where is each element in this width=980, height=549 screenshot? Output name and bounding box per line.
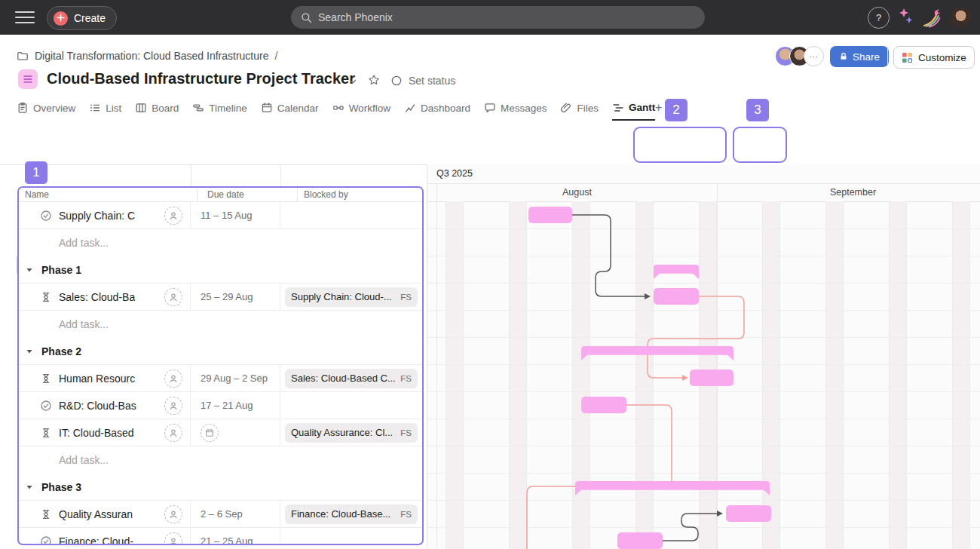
assignee-placeholder-icon[interactable] <box>164 288 182 306</box>
column-header[interactable]: Blocked by <box>298 189 422 200</box>
hamburger-menu-icon[interactable] <box>15 8 35 26</box>
section-row[interactable]: Phase 1 <box>19 256 422 284</box>
tab-board[interactable]: Board <box>135 96 179 121</box>
task-row[interactable]: R&D: Cloud-Bas 17 – 21 Aug <box>19 392 422 419</box>
task-name-cell[interactable]: R&D: Cloud-Bas <box>19 392 191 419</box>
task-complete-icon[interactable] <box>40 210 52 222</box>
blocked-by-cell[interactable] <box>280 202 422 228</box>
task-row[interactable]: Human Resourc 29 Aug – 2 Sep Sales: Clou… <box>19 365 422 392</box>
tab-messages[interactable]: Messages <box>484 96 547 121</box>
dependency-type: FS <box>400 510 412 519</box>
gantt-bar[interactable] <box>528 207 572 223</box>
gantt-bar[interactable] <box>581 397 626 413</box>
sparkles-ai-icon[interactable] <box>898 8 914 30</box>
add-task-row[interactable]: Add task... <box>19 446 422 474</box>
tab-label: Gantt <box>629 102 655 113</box>
due-date-cell[interactable]: 17 – 21 Aug <box>191 392 280 419</box>
tab-timeline[interactable]: Timeline <box>192 96 247 121</box>
dependency-chip[interactable]: Supply Chain: Cloud-...FS <box>285 287 418 307</box>
column-header[interactable]: Due date <box>198 188 298 201</box>
assignee-placeholder-icon[interactable] <box>164 397 182 415</box>
caret-down-icon[interactable] <box>25 483 34 492</box>
due-date-cell[interactable]: 21 – 25 Aug <box>191 528 280 545</box>
share-button[interactable]: Share <box>830 46 889 67</box>
tab-label: List <box>106 103 121 114</box>
dependency-chip[interactable]: Sales: Cloud-Based C...FS <box>285 369 418 388</box>
gantt-chart[interactable]: Q3 2025 AugustSeptember <box>427 164 980 549</box>
blocked-by-cell[interactable] <box>280 392 422 419</box>
gantt-bar[interactable] <box>654 288 699 305</box>
assignee-placeholder-icon[interactable] <box>164 370 182 388</box>
task-row[interactable]: Finance: Cloud- 21 – 25 Aug <box>19 528 422 545</box>
due-date-cell[interactable]: 2 – 6 Sep <box>191 501 280 527</box>
due-date-cell[interactable] <box>191 419 280 446</box>
task-pending-icon[interactable] <box>40 508 52 520</box>
customize-button[interactable]: Customize <box>893 46 975 69</box>
breadcrumb[interactable]: Digital Transformation: Cloud Based Infr… <box>17 47 277 65</box>
caret-down-icon[interactable] <box>25 265 34 274</box>
gantt-bar[interactable] <box>726 505 771 522</box>
gantt-bar[interactable] <box>690 370 733 386</box>
phoenix-mascot-icon[interactable] <box>921 6 944 32</box>
task-pending-icon[interactable] <box>40 291 52 303</box>
tab-calendar[interactable]: Calendar <box>261 96 319 121</box>
favorite-star-icon[interactable] <box>368 74 380 86</box>
task-name: R&D: Cloud-Bas <box>59 400 136 412</box>
add-task-label: Add task... <box>59 454 109 466</box>
tab-gantt[interactable]: Gantt <box>612 96 655 121</box>
section-row[interactable]: Phase 3 <box>19 474 422 501</box>
title-chevron-down-icon[interactable] <box>347 75 359 87</box>
tab-files[interactable]: Files <box>560 96 599 121</box>
task-complete-icon[interactable] <box>40 400 52 412</box>
help-button[interactable]: ? <box>868 7 890 29</box>
user-avatar[interactable] <box>951 7 971 27</box>
task-pending-icon[interactable] <box>40 427 52 439</box>
tab-overview[interactable]: Overview <box>17 96 75 121</box>
add-tab-icon[interactable]: + <box>655 101 662 115</box>
task-name-cell[interactable]: Human Resourc <box>19 365 191 391</box>
add-task-row[interactable]: Add task... <box>19 311 422 338</box>
assignee-placeholder-icon[interactable] <box>164 424 182 442</box>
page-title[interactable]: Cloud-Based Infrastructure Project Track… <box>47 70 355 87</box>
tab-list[interactable]: List <box>89 96 121 121</box>
blocked-by-cell[interactable]: Quality Assurance: Cl...FS <box>280 419 422 446</box>
task-name-cell[interactable]: Finance: Cloud- <box>19 528 191 545</box>
due-date-cell[interactable]: 11 – 15 Aug <box>191 202 280 228</box>
task-row[interactable]: Quality Assuran 2 – 6 Sep Finance: Cloud… <box>19 501 422 528</box>
dependency-chip[interactable]: Finance: Cloud-Base...FS <box>285 505 418 524</box>
add-task-row[interactable]: Add task... <box>19 229 422 256</box>
blocked-by-cell[interactable] <box>280 528 422 545</box>
set-due-date-icon[interactable] <box>201 424 219 442</box>
assignee-placeholder-icon[interactable] <box>164 532 182 545</box>
create-button[interactable]: Create <box>47 6 117 30</box>
task-complete-icon[interactable] <box>40 535 52 546</box>
blocked-by-cell[interactable]: Finance: Cloud-Base...FS <box>280 501 422 527</box>
task-name-cell[interactable]: Supply Chain: C <box>19 202 191 228</box>
blocked-by-cell[interactable]: Sales: Cloud-Based C...FS <box>280 365 422 391</box>
blocked-by-cell[interactable]: Supply Chain: Cloud-...FS <box>280 284 422 310</box>
task-row[interactable]: IT: Cloud-Based Quality Assurance: Cl...… <box>19 419 422 446</box>
due-date-cell[interactable]: 25 – 29 Aug <box>191 284 280 310</box>
create-label: Create <box>74 12 106 24</box>
task-name-cell[interactable]: Quality Assuran <box>19 501 191 527</box>
column-header[interactable]: Name <box>19 188 198 201</box>
task-row[interactable]: Sales: Cloud-Ba 25 – 29 Aug Supply Chain… <box>19 284 422 311</box>
more-members-button[interactable]: ··· <box>804 46 824 66</box>
tab-dashboard[interactable]: Dashboard <box>404 96 470 121</box>
gantt-bar[interactable] <box>617 532 663 549</box>
tab-workflow[interactable]: Workflow <box>332 96 390 121</box>
set-status-button[interactable]: Set status <box>390 75 455 87</box>
assignee-placeholder-icon[interactable] <box>164 207 182 225</box>
task-pending-icon[interactable] <box>40 373 52 385</box>
task-table[interactable]: NameDue dateBlocked by Supply Chain: C 1… <box>17 186 424 545</box>
task-name-cell[interactable]: Sales: Cloud-Ba <box>19 284 191 310</box>
task-row[interactable]: Supply Chain: C 11 – 15 Aug <box>19 202 422 229</box>
caret-down-icon[interactable] <box>25 347 34 356</box>
due-date-cell[interactable]: 29 Aug – 2 Sep <box>191 365 280 391</box>
assignee-placeholder-icon[interactable] <box>164 505 182 523</box>
dependency-chip[interactable]: Quality Assurance: Cl...FS <box>285 423 418 443</box>
section-row[interactable]: Phase 2 <box>19 338 422 365</box>
task-name-cell[interactable]: IT: Cloud-Based <box>19 419 191 446</box>
breadcrumb-text[interactable]: Digital Transformation: Cloud Based Infr… <box>35 50 268 62</box>
search-input[interactable]: Search Phoenix <box>291 6 705 29</box>
